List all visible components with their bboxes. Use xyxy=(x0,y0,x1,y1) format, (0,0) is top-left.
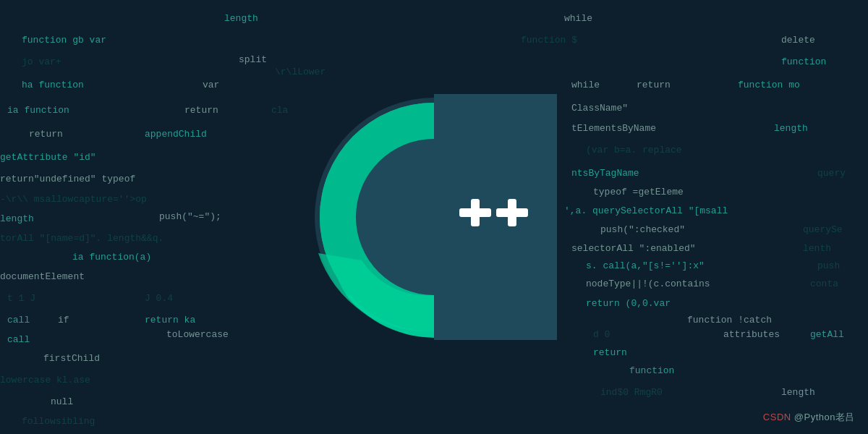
code-snippet-61: length xyxy=(781,387,815,398)
code-snippet-23: (var b=a. replace xyxy=(586,145,682,156)
code-snippet-58: function xyxy=(629,365,674,376)
cpp-logo-overlay xyxy=(311,94,557,340)
code-snippet-19: appendChild xyxy=(145,129,207,140)
code-snippet-11: while xyxy=(571,80,600,90)
code-snippet-40: push xyxy=(817,260,840,271)
code-snippet-25: ntsByTagName xyxy=(571,168,639,179)
code-snippet-7: \r\lLower xyxy=(275,67,326,77)
code-snippet-47: return ka xyxy=(145,315,195,326)
code-snippet-37: lenth xyxy=(803,243,831,254)
code-snippet-30: push("~="); xyxy=(159,211,221,222)
code-snippet-34: querySe xyxy=(803,224,843,235)
code-snippet-39: s. call(a,"[s!='']:x" xyxy=(586,260,705,271)
code-snippet-29: length xyxy=(0,213,34,224)
code-snippet-1: while xyxy=(564,13,592,24)
code-snippet-56: return xyxy=(593,347,627,358)
code-snippet-44: conta xyxy=(810,278,838,289)
code-snippet-35: ia function(a) xyxy=(72,252,151,263)
code-snippet-36: selectorAll ":enabled" xyxy=(571,243,696,254)
code-snippet-20: tElementsByName xyxy=(571,123,656,134)
code-snippet-46: if xyxy=(58,315,69,326)
code-snippet-45: call xyxy=(7,315,30,326)
watermark-platform: CSDN xyxy=(763,412,791,422)
code-snippet-28: typeof =getEleme xyxy=(593,187,684,197)
code-snippet-27: -\r\\ msallowcapture=''>op xyxy=(0,194,147,205)
code-snippet-2: function gb var xyxy=(22,35,106,46)
code-snippet-21: length xyxy=(774,123,808,134)
svg-rect-20 xyxy=(508,199,516,226)
code-snippet-4: delete xyxy=(781,35,815,46)
code-snippet-59: null xyxy=(51,396,73,407)
code-snippet-6: split xyxy=(239,54,267,65)
code-snippet-48: return (0,0.var xyxy=(586,298,671,309)
code-snippet-12: return xyxy=(637,80,671,90)
code-snippet-0: length xyxy=(224,13,258,24)
watermark: CSDN @Python老吕 xyxy=(763,411,855,424)
code-snippet-41: t 1 J xyxy=(7,293,35,304)
code-snippet-60: ind$0 RmgR0 xyxy=(600,387,663,398)
code-snippet-33: push(":checked" xyxy=(600,224,685,235)
code-snippet-15: return xyxy=(184,105,218,116)
code-snippet-14: ia function xyxy=(7,105,69,116)
code-snippet-24: return"undefined" typeof xyxy=(0,174,135,184)
code-snippet-57: lowercase kl.ase xyxy=(0,375,90,386)
code-snippet-38: documentElement xyxy=(0,271,85,282)
code-snippet-22: getAttribute "id" xyxy=(0,152,96,163)
cpp-logo-container xyxy=(311,94,557,340)
code-snippet-42: J 0.4 xyxy=(145,293,173,304)
code-snippet-62: followsibling xyxy=(22,416,95,427)
code-snippet-10: var xyxy=(203,80,219,90)
code-snippet-18: return xyxy=(29,129,63,140)
code-snippet-53: attributes xyxy=(723,329,780,340)
code-snippet-52: d 0 xyxy=(593,329,610,340)
code-snippet-43: nodeType||!(c.contains xyxy=(586,278,710,289)
code-snippet-55: firstChild xyxy=(43,353,100,364)
code-snippet-26: query xyxy=(817,168,846,179)
code-snippet-3: function $ xyxy=(521,35,577,46)
code-snippet-51: toLowercase xyxy=(166,329,229,340)
code-snippet-16: cla xyxy=(271,105,288,116)
code-snippet-17: ClassName" xyxy=(571,103,628,114)
svg-rect-18 xyxy=(471,199,480,226)
code-snippet-50: call xyxy=(7,334,30,345)
watermark-username: @Python老吕 xyxy=(794,412,855,422)
code-snippet-5: jo var+ xyxy=(22,56,61,67)
code-snippet-32: torAll "[name=d]". length&&q. xyxy=(0,233,163,244)
code-snippet-13: function mo xyxy=(738,80,800,90)
code-snippet-54: getAll xyxy=(810,329,844,340)
code-snippet-49: function !catch xyxy=(687,315,772,326)
code-snippet-31: ',a. querySelectorAll "[msall xyxy=(564,205,728,216)
code-snippet-9: ha function xyxy=(22,80,84,90)
code-snippet-8: function xyxy=(781,56,826,67)
